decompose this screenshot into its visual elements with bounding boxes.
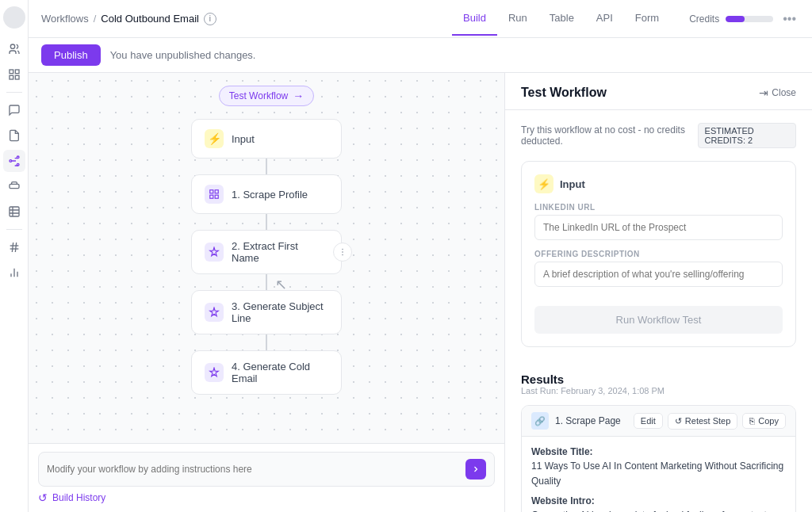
- publish-bar: Publish You have unpublished changes.: [29, 38, 812, 73]
- node-label-input: Input: [232, 133, 255, 145]
- tab-table[interactable]: Table: [538, 2, 585, 36]
- tab-nav: Build Run Table API Form: [452, 2, 670, 36]
- copy-icon: ⎘: [749, 416, 755, 426]
- publish-button[interactable]: Publish: [41, 44, 101, 66]
- breadcrumb-current: Cold Outbound Email: [101, 13, 199, 25]
- node-label-extract: 2. Extract First Name: [232, 240, 328, 264]
- node-icon-input: ⚡: [205, 129, 224, 148]
- results-subtitle: Last Run: February 3, 2024, 1:08 PM: [521, 386, 796, 395]
- node-icon-subject: [205, 303, 224, 322]
- tab-build[interactable]: Build: [452, 2, 497, 36]
- ai-input-inner: [38, 452, 495, 487]
- tab-form[interactable]: Form: [624, 2, 670, 36]
- svg-rect-19: [210, 195, 213, 198]
- connector-3: ↖: [266, 274, 267, 290]
- retest-step-button[interactable]: ↺ Retest Step: [668, 413, 737, 430]
- workflow-node-subject[interactable]: 3. Generate Subject Line: [191, 290, 342, 334]
- build-history-label: Build History: [52, 492, 105, 503]
- workflow-pane: Test Workflow → ⚡ Input 1. Scrape Profil…: [29, 73, 504, 512]
- copy-label: Copy: [758, 416, 779, 426]
- result-card-scrape-page: 🔗 1. Scrape Page Edit ↺ Retest Step ⎘: [521, 405, 796, 512]
- input-section-header: ⚡ Input: [534, 174, 783, 193]
- test-workflow-arrow-icon: →: [293, 90, 304, 102]
- sidebar-icon-hash[interactable]: [3, 236, 25, 258]
- workflow-node-email[interactable]: 4. Generate Cold Email: [191, 350, 342, 395]
- test-workflow-badge[interactable]: Test Workflow →: [219, 86, 314, 106]
- no-cost-notice: Try this workflow at no cost - no credit…: [521, 123, 796, 148]
- node-icon-extract: [205, 243, 224, 262]
- content-area: Test Workflow → ⚡ Input 1. Scrape Profil…: [29, 73, 812, 512]
- sidebar-icon-settings[interactable]: [3, 175, 25, 197]
- svg-rect-2: [15, 70, 19, 74]
- results-header: Results Last Run: February 3, 2024, 1:08…: [521, 373, 796, 395]
- sidebar-icon-workflows[interactable]: [3, 150, 25, 172]
- no-cost-text: Try this workflow at no cost - no credit…: [521, 124, 698, 147]
- node-action-btn-extract[interactable]: [333, 243, 352, 262]
- website-title-value: 11 Ways To Use AI In Content Marketing W…: [531, 459, 786, 489]
- tab-run[interactable]: Run: [497, 2, 538, 36]
- sidebar-icon-home[interactable]: [3, 63, 25, 86]
- svg-rect-18: [215, 190, 218, 193]
- credits-label: Credits: [689, 13, 719, 25]
- left-sidebar: [0, 0, 29, 512]
- result-card-actions: Edit ↺ Retest Step ⎘ Copy: [634, 413, 786, 430]
- offering-desc-input[interactable]: [534, 262, 783, 287]
- tab-api[interactable]: API: [585, 2, 624, 36]
- workflow-node-scrape[interactable]: 1. Scrape Profile: [191, 174, 342, 214]
- top-bar: Workflows / Cold Outbound Email i Build …: [29, 0, 812, 38]
- more-button[interactable]: •••: [779, 12, 799, 26]
- ai-input-bar: ↺ Build History: [29, 443, 504, 512]
- workflow-node-extract[interactable]: 2. Extract First Name: [191, 230, 342, 274]
- info-icon[interactable]: i: [204, 13, 216, 25]
- input-section: ⚡ Input LINKEDIN URL OFFERING DESCRIPTIO…: [521, 161, 796, 347]
- retest-icon: ↺: [675, 416, 682, 426]
- test-panel-body: Try this workflow at no cost - no credit…: [505, 110, 812, 373]
- build-history[interactable]: ↺ Build History: [38, 491, 495, 504]
- breadcrumb-parent[interactable]: Workflows: [41, 13, 89, 25]
- connector-4: [266, 334, 267, 350]
- svg-line-13: [15, 243, 16, 252]
- results-title: Results: [521, 373, 796, 386]
- result-card-title-area: 🔗 1. Scrape Page: [531, 412, 621, 430]
- node-label-email: 4. Generate Cold Email: [232, 361, 328, 384]
- ai-send-button[interactable]: [465, 459, 486, 480]
- svg-line-12: [12, 243, 13, 252]
- connector-2: [266, 214, 267, 230]
- ai-input-field[interactable]: [47, 464, 459, 475]
- svg-point-23: [343, 254, 343, 255]
- result-card-icon: 🔗: [531, 412, 549, 430]
- copy-button[interactable]: ⎘ Copy: [742, 413, 786, 429]
- input-section-icon: ⚡: [534, 174, 553, 193]
- linkedin-url-label: LINKEDIN URL: [534, 203, 783, 212]
- sidebar-icon-table[interactable]: [3, 201, 25, 223]
- sidebar-icon-docs[interactable]: [3, 124, 25, 147]
- run-workflow-test-button[interactable]: Run Workflow Test: [534, 306, 783, 334]
- edit-button[interactable]: Edit: [634, 413, 663, 429]
- website-intro-value: Generative AI inspires a lot of mixed fe…: [531, 508, 786, 512]
- svg-point-22: [343, 249, 343, 250]
- test-workflow-label: Test Workflow: [229, 90, 288, 101]
- svg-rect-8: [10, 184, 19, 188]
- website-title-label: Website Title:: [531, 446, 786, 457]
- publish-message: You have unpublished changes.: [110, 49, 256, 61]
- build-history-icon: ↺: [38, 491, 48, 504]
- close-label: Close: [772, 87, 796, 98]
- workflow-inner: Test Workflow → ⚡ Input 1. Scrape Profil…: [29, 73, 504, 464]
- svg-rect-4: [15, 75, 19, 79]
- svg-rect-20: [215, 195, 218, 198]
- workflow-node-input[interactable]: ⚡ Input: [191, 119, 342, 159]
- svg-rect-3: [10, 75, 13, 79]
- result-card-header: 🔗 1. Scrape Page Edit ↺ Retest Step ⎘: [522, 406, 795, 437]
- svg-point-0: [10, 44, 14, 48]
- breadcrumb: Workflows / Cold Outbound Email i: [41, 13, 216, 25]
- linkedin-url-input[interactable]: [534, 215, 783, 240]
- svg-rect-1: [10, 70, 13, 74]
- sidebar-icon-chat[interactable]: [3, 99, 25, 121]
- credits-fill: [726, 16, 745, 22]
- close-button[interactable]: ⇥ Close: [759, 86, 796, 99]
- retest-label: Retest Step: [685, 416, 730, 426]
- sidebar-icon-analytics[interactable]: [3, 262, 25, 284]
- sidebar-divider-2: [6, 229, 22, 230]
- sidebar-icon-users[interactable]: [3, 38, 25, 60]
- sidebar-divider: [6, 92, 22, 93]
